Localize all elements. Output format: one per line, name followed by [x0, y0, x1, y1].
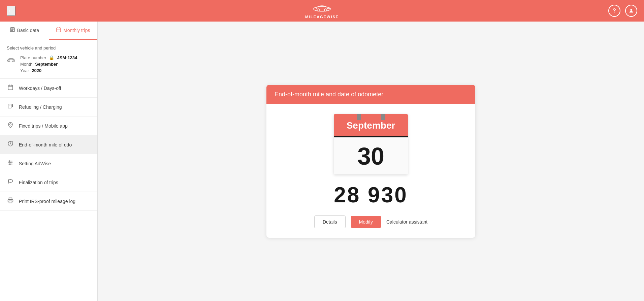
nav-item-fixed-trips[interactable]: Fixed trips / Mobile app [0, 116, 97, 135]
calendar-widget: September 30 [334, 114, 408, 174]
monthly-trips-icon [56, 27, 61, 34]
nav-item-setting-adwise[interactable]: Setting AdWise [0, 154, 97, 173]
svg-point-15 [8, 61, 10, 62]
nav-item-end-of-month[interactable]: End-of-month mile of odo [0, 135, 97, 154]
svg-point-28 [9, 161, 10, 162]
print-icon [7, 197, 14, 205]
app-header: ← MILEAGEWISE ? [0, 0, 644, 22]
tab-monthly-trips[interactable]: Monthly trips [49, 22, 98, 40]
vehicle-info: Plate number 🔒 JSM-1234 Month September … [0, 54, 97, 79]
logo-car-icon [312, 3, 332, 14]
year-row: Year 2020 [20, 68, 77, 73]
finalization-icon [7, 178, 14, 186]
month-row: Month September [20, 62, 77, 67]
tab-monthly-trips-label: Monthly trips [63, 28, 90, 33]
vehicle-car-icon [7, 56, 15, 65]
vehicle-details: Plate number 🔒 JSM-1234 Month September … [20, 55, 77, 73]
calendar-month: September [334, 114, 408, 136]
svg-point-5 [630, 9, 632, 11]
nav-item-workdays[interactable]: Workdays / Days-off [0, 79, 97, 98]
svg-point-0 [314, 6, 330, 11]
nav-workdays-label: Workdays / Days-off [19, 86, 61, 91]
calendar-day: 30 [334, 137, 408, 174]
nav-fixed-trips-label: Fixed trips / Mobile app [19, 123, 68, 129]
calendar-ring-right [381, 114, 385, 120]
odo-card: End-of-month mile and date of odometer S… [266, 85, 475, 238]
odometer-reading: 28 930 [334, 182, 408, 207]
svg-point-29 [11, 162, 12, 163]
help-button[interactable]: ? [608, 5, 620, 17]
svg-rect-10 [57, 28, 61, 32]
sidebar-tabs: Basic data Monthly trips [0, 22, 97, 40]
nav-refueling-label: Refueling / Charging [19, 104, 62, 110]
calculator-button[interactable]: Calculator assistant [386, 219, 427, 225]
sidebar-nav: Workdays / Days-off Refueling / Charging… [0, 79, 97, 211]
sidebar-body: Select vehicle and period Plate number 🔒… [0, 40, 97, 301]
svg-rect-32 [9, 201, 12, 203]
nav-item-print[interactable]: Print IRS-proof mileage log [0, 192, 97, 211]
plate-row: Plate number 🔒 JSM-1234 [20, 55, 77, 60]
sidebar: Basic data Monthly trips Select vehicle … [0, 22, 98, 301]
plate-value: JSM-1234 [57, 55, 77, 60]
year-label: Year [20, 68, 29, 73]
plate-label: Plate number [20, 55, 46, 60]
odo-actions: Details Modify Calculator assistant [314, 215, 427, 228]
nav-item-refueling[interactable]: Refueling / Charging [0, 98, 97, 116]
svg-point-2 [324, 9, 327, 11]
main-content: End-of-month mile and date of odometer S… [98, 22, 644, 301]
tab-basic-data-label: Basic data [17, 28, 39, 33]
details-button[interactable]: Details [314, 215, 346, 228]
calendar-ring-left [357, 114, 361, 120]
end-of-month-icon [7, 141, 14, 148]
basic-data-icon [10, 27, 15, 34]
svg-point-23 [10, 124, 11, 125]
svg-point-30 [9, 164, 10, 165]
nav-item-finalization[interactable]: Finalization of trips [0, 173, 97, 192]
setting-adwise-icon [7, 160, 14, 167]
modify-button[interactable]: Modify [351, 216, 381, 228]
logo-text: MILEAGEWISE [305, 15, 339, 19]
odo-card-body: September 30 28 930 Details Modify Calcu… [266, 104, 475, 238]
fixed-trips-icon [7, 122, 14, 130]
odo-card-header: End-of-month mile and date of odometer [266, 85, 475, 104]
svg-rect-17 [8, 85, 13, 90]
nav-setting-adwise-label: Setting AdWise [19, 161, 51, 166]
header-actions: ? [608, 5, 637, 17]
nav-print-label: Print IRS-proof mileage log [19, 199, 75, 204]
section-title: Select vehicle and period [0, 40, 97, 54]
nav-end-of-month-label: End-of-month mile of odo [19, 142, 72, 147]
page-layout: Basic data Monthly trips Select vehicle … [0, 22, 644, 301]
back-button[interactable]: ← [7, 6, 15, 16]
nav-finalization-label: Finalization of trips [19, 180, 58, 185]
year-value: 2020 [32, 68, 41, 73]
svg-rect-21 [8, 104, 11, 108]
svg-point-1 [317, 9, 319, 11]
workdays-icon [7, 84, 14, 92]
lock-icon: 🔒 [49, 55, 54, 60]
user-button[interactable] [625, 5, 637, 17]
month-value: September [35, 62, 58, 67]
svg-point-16 [12, 61, 14, 62]
month-label: Month [20, 62, 32, 67]
refueling-icon [7, 103, 14, 111]
tab-basic-data[interactable]: Basic data [0, 22, 49, 40]
app-logo: MILEAGEWISE [305, 3, 339, 19]
